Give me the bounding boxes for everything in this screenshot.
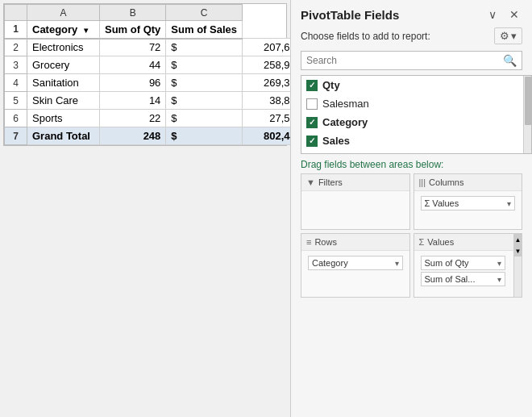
filter-icon: ▼ [306, 177, 315, 187]
field-item-qty[interactable]: ✓ Qty [301, 76, 531, 94]
cell-category[interactable]: Skin Care [27, 92, 100, 110]
cell-qty: 72 [100, 39, 166, 56]
gear-settings-button[interactable]: ⚙ ▾ [494, 27, 522, 44]
values-scrollbar[interactable]: ▲ ▼ [513, 234, 522, 297]
header-qty: Sum of Qty [100, 21, 166, 39]
chevron-down-icon: ▾ [507, 199, 511, 208]
row-num: 7 [5, 127, 27, 145]
rows-icon: ≡ [306, 237, 311, 247]
pivot-header-icons: ∨ ✕ [485, 6, 522, 23]
chevron-down-icon: ▾ [497, 275, 501, 284]
cell-dollar: $ [166, 92, 243, 110]
scrollbar-up-button[interactable]: ▲ [514, 234, 522, 245]
field-label-sales: Sales [322, 135, 350, 147]
table-row: 1 Category ▾ Sum of Qty Sum of Sales [5, 21, 307, 39]
area-columns-label: Columns [429, 177, 463, 187]
cell-category[interactable]: Sports [27, 110, 100, 127]
field-label-category: Category [322, 116, 368, 128]
row-num: 3 [5, 56, 27, 74]
area-filters-header: ▼ Filters [301, 174, 409, 191]
col-header-a[interactable]: A [27, 5, 100, 21]
search-box[interactable]: 🔍 [301, 51, 522, 70]
cell-dollar: $ [166, 110, 243, 127]
drag-section: Drag fields between areas below: ▼ Filte… [291, 154, 532, 301]
cell-qty: 96 [100, 74, 166, 92]
cell-category[interactable]: Electronics [27, 39, 100, 56]
scrollbar-thumb[interactable] [525, 77, 531, 125]
collapse-button[interactable]: ∨ [485, 6, 500, 23]
field-label-qty: Qty [322, 79, 340, 91]
field-item-salesman[interactable]: Salesman [301, 94, 531, 113]
spreadsheet: A B C 1 Category ▾ Sum of Qty Sum of Sal… [3, 3, 287, 146]
field-checkbox-salesman[interactable] [306, 98, 318, 110]
area-values[interactable]: Σ Values Sum of Qty ▾ Sum of Sal... ▾ ▲ [414, 233, 523, 298]
pivot-panel: PivotTable Fields ∨ ✕ Choose fields to a… [290, 0, 532, 417]
values-sales-dropdown-text: Sum of Sal... [425, 274, 476, 284]
field-checkbox-category[interactable]: ✓ [306, 117, 318, 128]
field-item-category[interactable]: ✓ Category [301, 113, 531, 131]
fields-scrollbar[interactable] [523, 76, 531, 153]
area-filters[interactable]: ▼ Filters [301, 173, 410, 230]
table-row: 6 Sports 22 $ 27,598 [5, 110, 307, 127]
row-num: 6 [5, 110, 27, 127]
row-num: 5 [5, 92, 27, 110]
area-filters-label: Filters [318, 177, 343, 187]
columns-icon: ||| [419, 177, 426, 187]
cell-grand-total-qty: 248 [100, 127, 166, 145]
values-qty-dropdown[interactable]: Sum of Qty ▾ [421, 256, 506, 270]
header-sales: Sum of Sales [166, 21, 243, 39]
col-header-b[interactable]: B [100, 5, 166, 21]
area-columns-content: Σ Values ▾ [414, 191, 522, 215]
area-values-header: Σ Values [414, 234, 522, 251]
values-qty-dropdown-text: Sum of Qty [425, 258, 469, 268]
scrollbar-down-button[interactable]: ▼ [514, 245, 522, 256]
columns-values-dropdown[interactable]: Σ Values ▾ [421, 196, 516, 211]
area-values-content: Sum of Qty ▾ Sum of Sal... ▾ [414, 251, 522, 291]
sigma-icon: Σ [419, 237, 425, 247]
area-rows-header: ≡ Rows [301, 234, 409, 251]
gear-dropdown-icon: ▾ [511, 30, 517, 42]
gear-icon: ⚙ [500, 30, 509, 42]
cell-qty: 22 [100, 110, 166, 127]
col-header-empty [5, 5, 27, 21]
filter-icon[interactable]: ▾ [84, 26, 88, 35]
header-category[interactable]: Category ▾ [27, 21, 100, 39]
area-rows-label: Rows [314, 237, 337, 247]
values-sales-dropdown[interactable]: Sum of Sal... ▾ [421, 272, 506, 286]
pivot-title: PivotTable Fields [301, 8, 399, 22]
cell-dollar: $ [166, 39, 243, 56]
field-item-sales[interactable]: ✓ Sales [301, 131, 531, 150]
field-checkbox-sales[interactable]: ✓ [306, 136, 318, 147]
checkmark-icon: ✓ [309, 136, 315, 145]
checkmark-icon: ✓ [309, 118, 315, 127]
area-rows[interactable]: ≡ Rows Category ▾ [301, 233, 410, 298]
area-columns-header: ||| Columns [414, 174, 522, 191]
area-filters-content [301, 191, 409, 198]
col-header-c[interactable]: C [166, 5, 243, 21]
columns-dropdown-text: Σ Values [425, 198, 459, 208]
search-input[interactable] [306, 55, 503, 66]
row-num: 4 [5, 74, 27, 92]
cell-grand-total-label: Grand Total [27, 127, 100, 145]
area-columns[interactable]: ||| Columns Σ Values ▾ [414, 173, 523, 230]
row-num: 1 [5, 21, 27, 39]
table-row: 4 Sanitation 96 $ 269,382 [5, 74, 307, 92]
search-icon: 🔍 [503, 54, 517, 67]
field-label-salesman: Salesman [322, 98, 369, 110]
spreadsheet-area: A B C 1 Category ▾ Sum of Qty Sum of Sal… [0, 0, 290, 417]
pivot-subtitle-text: Choose fields to add to report: [301, 31, 430, 42]
checkmark-icon: ✓ [309, 81, 315, 90]
cell-category[interactable]: Grocery [27, 56, 100, 74]
row-num: 2 [5, 39, 27, 56]
cell-category[interactable]: Sanitation [27, 74, 100, 92]
table-row: 5 Skin Care 14 $ 38,858 [5, 92, 307, 110]
area-rows-content: Category ▾ [301, 251, 409, 275]
cell-qty: 14 [100, 92, 166, 110]
cell-dollar: $ [166, 74, 243, 92]
close-button[interactable]: ✕ [506, 6, 522, 23]
area-values-label: Values [427, 237, 454, 247]
fields-list: ✓ Qty Salesman ✓ Category ✓ Sales [301, 75, 532, 154]
field-checkbox-qty[interactable]: ✓ [306, 80, 318, 91]
drag-label: Drag fields between areas below: [301, 159, 522, 170]
rows-category-dropdown[interactable]: Category ▾ [308, 256, 403, 270]
